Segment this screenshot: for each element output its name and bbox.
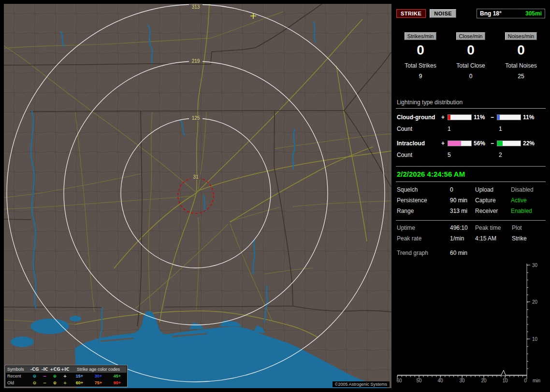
range-label: Range xyxy=(397,208,450,214)
legend-age-header: Strike age color codes xyxy=(70,367,127,372)
copyright-notice: ©2005 Astrogenic Systems xyxy=(333,381,390,387)
peak-time-label: Peak time xyxy=(475,224,512,231)
peak-time-value: 4:15 AM xyxy=(475,235,512,242)
upload-label: Upload xyxy=(475,186,511,193)
age-75: 75+ xyxy=(95,380,102,385)
trend-series xyxy=(397,370,527,375)
trend-graph-label: Trend graph xyxy=(397,250,450,256)
intracloud-count-row: Count 5 2 xyxy=(397,152,546,158)
bar-fill xyxy=(448,141,461,146)
legend-age-codes: 60+ 75+ 90+ xyxy=(70,380,127,385)
divider xyxy=(396,220,546,221)
count-label: Count xyxy=(397,152,448,158)
persistence-value: 90 min xyxy=(450,197,475,204)
noise-mode-button[interactable]: NOISE xyxy=(430,9,456,18)
strikes-column: Strikes/min 0 Total Strikes 9 xyxy=(395,32,446,80)
plus-ic-count: 5 xyxy=(448,152,499,158)
x-tick-label: 50 xyxy=(416,378,422,383)
rate-stats: Strikes/min 0 Total Strikes 9 Close/min … xyxy=(395,32,546,80)
minus-sign: − xyxy=(491,140,497,147)
x-tick-label: 0 xyxy=(524,378,527,383)
age-60: 60+ xyxy=(76,380,83,385)
pos-ic-recent-icon: + xyxy=(60,374,70,378)
sidebar: STRIKE NOISE Bng 18° 305mi Strikes/min 0… xyxy=(395,4,546,388)
trend-graph: 30 20 10 60 50 40 30 20 10 0 min xyxy=(395,261,546,387)
noises-column: Noises/min 0 Total Noises 25 xyxy=(496,32,546,80)
bearing-range-display: Bng 18° 305mi xyxy=(477,9,545,18)
receiver-status: Enabled xyxy=(511,208,546,214)
close-column: Close/min 0 Total Close 0 xyxy=(446,32,496,80)
age-45: 45+ xyxy=(114,374,121,378)
x-tick-label: 40 xyxy=(437,378,443,383)
legend-row-label: Old xyxy=(6,380,29,385)
total-strikes-label: Total Strikes xyxy=(395,62,446,69)
strikes-per-min-button[interactable]: Strikes/min xyxy=(405,32,436,40)
noises-rate-value: 0 xyxy=(496,42,546,58)
legend-old-row: Old ⊖ − ⊕ + 60+ 75+ 90+ xyxy=(6,379,127,386)
bearing-value: Bng 18° xyxy=(480,10,502,17)
map-canvas[interactable]: 313 219 125 31 xyxy=(4,4,391,388)
divider xyxy=(396,108,546,109)
plus-cg-bar xyxy=(448,114,472,120)
neg-ic-recent-icon: − xyxy=(40,374,50,378)
bar-fill xyxy=(448,115,450,120)
persistence-label: Persistence xyxy=(397,197,450,204)
neg-ic-old-icon: − xyxy=(40,380,50,385)
legend-row-label: Recent xyxy=(6,374,29,378)
x-tick-label: 30 xyxy=(459,378,465,383)
plot-label: Plot xyxy=(512,224,546,231)
type-name: Intracloud xyxy=(397,140,441,147)
strikes-rate-value: 0 xyxy=(395,42,446,58)
noises-per-min-button[interactable]: Noises/min xyxy=(505,32,537,40)
bar-fill xyxy=(497,115,500,120)
x-tick-label: 10 xyxy=(502,378,508,383)
minus-ic-percent: 22% xyxy=(523,140,540,147)
total-close-label: Total Close xyxy=(446,62,496,69)
x-tick-label: 20 xyxy=(481,378,487,383)
minus-cg-count: 1 xyxy=(499,126,502,132)
capture-status: Active xyxy=(511,197,546,204)
plus-cg-percent: 11% xyxy=(474,114,491,121)
setting-row: Squelch 0 Upload Disabled xyxy=(397,186,546,193)
plus-cg-count: 1 xyxy=(448,126,499,132)
minus-cg-percent: 11% xyxy=(523,114,540,121)
capture-label: Capture xyxy=(475,197,511,204)
age-15: 15+ xyxy=(76,374,83,378)
x-tick-label: 60 xyxy=(396,378,402,383)
setting-row: Range 313 mi Receiver Enabled xyxy=(397,208,546,214)
pos-cg-recent-icon: ⊕ xyxy=(50,374,60,378)
trend-axis-labels: 30 20 10 60 50 40 30 20 10 0 min xyxy=(396,263,540,383)
plus-ic-percent: 56% xyxy=(474,140,491,147)
pos-ic-old-icon: + xyxy=(60,380,70,385)
plot-value: Strike xyxy=(512,235,546,242)
range-ring-label: 219 xyxy=(192,58,200,64)
minus-cg-bar xyxy=(497,114,521,120)
divider xyxy=(396,166,546,167)
total-close-value: 0 xyxy=(446,73,496,80)
map-legend: Symbols -CG -IC +CG +IC Strike age color… xyxy=(5,365,128,387)
y-tick-label: 30 xyxy=(532,263,538,268)
range-setting-value: 313 mi xyxy=(450,208,475,214)
x-unit-label: min xyxy=(533,378,540,383)
plus-sign: + xyxy=(441,114,448,121)
minus-ic-count: 2 xyxy=(499,152,502,158)
y-tick-label: 10 xyxy=(532,336,538,342)
legend-col-pos-cg: +CG xyxy=(50,367,60,372)
settings-panel: Squelch 0 Upload Disabled Persistence 90… xyxy=(395,186,546,214)
y-tick-label: 20 xyxy=(532,299,538,305)
total-noises-value: 25 xyxy=(496,73,546,80)
age-90: 90+ xyxy=(114,380,121,385)
cloud-ground-row: Cloud-ground + 11% − 11% xyxy=(397,114,546,121)
intracloud-row: Intracloud + 56% − 22% xyxy=(397,140,546,147)
map-panel: 313 219 125 31 Symbols -CG -IC +CG +IC S… xyxy=(4,4,391,388)
strike-mode-button[interactable]: STRIKE xyxy=(396,9,426,18)
distribution-title: Lightning type distribution xyxy=(397,99,546,106)
info-row: Uptime 496:10 Peak time Plot xyxy=(397,224,546,231)
legend-header-row: Symbols -CG -IC +CG +IC Strike age color… xyxy=(6,366,127,373)
legend-symbols-header: Symbols xyxy=(6,367,29,372)
peak-rate-value: 1/min xyxy=(450,235,475,242)
close-rate-value: 0 xyxy=(446,42,496,58)
minus-sign: − xyxy=(491,114,497,121)
close-per-min-button[interactable]: Close/min xyxy=(456,32,486,40)
pos-cg-old-icon: ⊕ xyxy=(50,380,60,385)
